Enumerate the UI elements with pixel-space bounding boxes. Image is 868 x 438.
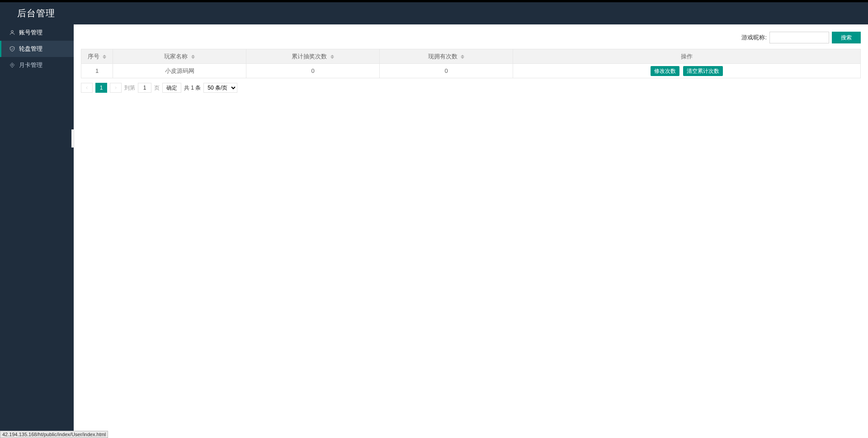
clear-count-button[interactable]: 清空累计次数 [683,66,723,76]
sort-icon[interactable] [103,54,106,59]
search-button[interactable]: 搜索 [832,32,861,43]
data-table: 序号 玩家名称 累计抽奖次数 现拥有次数 [81,49,861,78]
sidebar-item-account[interactable]: 账号管理 [0,24,74,41]
pager-page-1[interactable]: 1 [95,83,107,93]
svg-point-1 [12,64,13,66]
cell-name: 小皮源码网 [113,64,246,78]
col-header-label: 累计抽奖次数 [292,53,327,60]
col-header-name[interactable]: 玩家名称 [113,49,246,64]
col-header-label: 序号 [88,53,99,60]
sidebar-item-wheel[interactable]: 轮盘管理 [0,41,74,57]
col-header-seq[interactable]: 序号 [81,49,113,64]
user-icon [9,29,15,36]
chevron-left-icon [85,86,89,90]
pager-prev[interactable] [81,83,93,93]
search-label: 游戏昵称: [741,33,767,42]
pager-goto-suffix: 页 [154,84,160,92]
shield-icon [9,46,15,52]
cell-ops: 修改次数 清空累计次数 [513,64,861,78]
sidebar-item-label: 月卡管理 [19,61,42,69]
diamond-icon [9,62,15,68]
edit-count-button[interactable]: 修改次数 [651,66,679,76]
search-row: 游戏昵称: 搜索 [81,32,861,43]
pager-goto-prefix: 到第 [124,84,135,92]
sidebar: 账号管理 轮盘管理 月卡管理 [0,24,74,438]
col-header-owned[interactable]: 现拥有次数 [380,49,513,64]
browser-status-bar: 42.194.135.168/ht/public/index/User/inde… [0,431,108,438]
pager-page-size-select[interactable]: 50 条/页 [203,83,237,93]
chevron-right-icon [113,86,118,90]
sidebar-collapse-handle[interactable] [71,129,75,148]
sidebar-item-label: 账号管理 [19,29,42,37]
cell-seq: 1 [81,64,113,78]
pager-total: 共 1 条 [184,84,201,92]
col-header-label: 玩家名称 [164,53,188,60]
sidebar-item-month-card[interactable]: 月卡管理 [0,57,74,73]
pager-goto-input[interactable] [138,83,151,93]
sort-icon[interactable] [461,54,464,59]
table-row: 1 小皮源码网 0 0 修改次数 清空累计次数 [81,64,861,78]
col-header-label: 操作 [681,53,693,60]
app-title: 后台管理 [17,7,55,19]
sidebar-item-label: 轮盘管理 [19,45,42,53]
pager-next[interactable] [110,83,122,93]
svg-point-0 [11,30,14,33]
sort-icon[interactable] [191,54,195,59]
cell-cumulative: 0 [246,64,380,78]
cell-owned: 0 [380,64,513,78]
search-input[interactable] [769,32,829,43]
header: 后台管理 [0,2,868,24]
sort-icon[interactable] [330,54,334,59]
main-content: 游戏昵称: 搜索 序号 玩家名称 累计抽奖次数 [74,24,868,438]
col-header-label: 现拥有次数 [428,53,458,60]
col-header-ops: 操作 [513,49,861,64]
pagination: 1 到第 页 确定 共 1 条 50 条/页 [81,83,861,93]
pager-confirm-button[interactable]: 确定 [162,83,181,93]
col-header-cumulative[interactable]: 累计抽奖次数 [246,49,380,64]
